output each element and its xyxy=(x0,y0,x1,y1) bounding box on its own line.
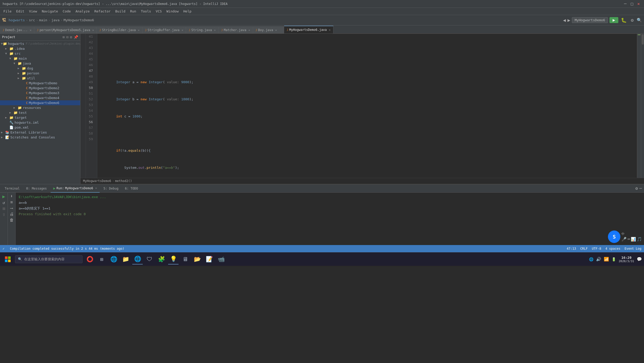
run-tab-close[interactable]: ✕ xyxy=(95,186,97,190)
tree-item-external[interactable]: ▶ 📚 External Libraries xyxy=(0,130,80,135)
tree-item-hogwartsiml[interactable]: 🔧 hogwarts.iml xyxy=(0,120,80,125)
tab-myhogwartsdemo6[interactable]: J MyHogwartsDemo6.java ✕ xyxy=(284,26,333,33)
tree-item-demo3[interactable]: C MyHogwartsDemo3 xyxy=(0,90,80,95)
tab-close-5[interactable]: ✕ xyxy=(92,29,94,32)
tab-close-demo5[interactable]: ✕ xyxy=(30,29,32,32)
run-tab-debug[interactable]: 5: Debug xyxy=(101,186,121,191)
tab-string[interactable]: J String.java ✕ xyxy=(186,26,218,33)
taskbar-app-puzzle[interactable]: 🧩 xyxy=(156,254,167,264)
run-minimize-icon[interactable]: ─ xyxy=(639,186,642,191)
run-play-button[interactable]: ▶ xyxy=(2,194,5,199)
menu-build[interactable]: Build xyxy=(113,9,127,14)
settings-button[interactable]: ⚙ xyxy=(631,17,634,23)
taskbar-app-files[interactable]: 📂 xyxy=(192,254,202,264)
run-settings-icon[interactable]: ⚙ xyxy=(635,186,638,191)
tree-item-person[interactable]: ▶ 📁 person xyxy=(0,71,80,76)
tab-stringbuilder[interactable]: J StringBuilder.java ✕ xyxy=(97,26,142,33)
taskbar-app-taskview[interactable]: ⊞ xyxy=(97,254,107,264)
line-ending[interactable]: CRLF xyxy=(580,247,588,250)
run-button[interactable]: ▶ xyxy=(609,17,618,23)
tab-matcher[interactable]: J Matcher.java ✕ xyxy=(218,26,253,33)
tree-item-src[interactable]: ▼ 📁 src xyxy=(0,51,80,56)
breadcrumb-java[interactable]: java xyxy=(51,18,59,22)
run-output[interactable]: E:\soft\worksoft\JAVA8\JDK\bin\java.exe … xyxy=(16,193,592,245)
event-log[interactable]: Event Log xyxy=(625,247,641,250)
menu-tools[interactable]: Tools xyxy=(139,9,153,14)
tree-item-main[interactable]: ▼ 📁 main xyxy=(0,56,80,61)
run-trash-btn[interactable]: 🗑 xyxy=(10,218,14,222)
tab-close-boy[interactable]: ✕ xyxy=(275,29,277,32)
sidebar-collapse-icon[interactable]: ⊟ xyxy=(66,35,68,39)
taskbar-app-cortana[interactable]: ⭕ xyxy=(85,254,95,264)
search-everywhere-button[interactable]: 🔍 xyxy=(637,18,642,23)
scrollbar-vertical[interactable] xyxy=(641,34,644,178)
sidebar-settings-icon[interactable]: ⚙ xyxy=(70,35,72,39)
menu-navigate[interactable]: Navigate xyxy=(40,9,60,14)
tree-item-demo2[interactable]: C MyHogwartsDemo2 xyxy=(0,86,80,90)
tab-close-mat[interactable]: ✕ xyxy=(248,29,250,32)
tree-item-target[interactable]: ▶ 📁 target xyxy=(0,115,80,120)
cursor-position[interactable]: 47:13 xyxy=(567,247,576,250)
taskbar-search-box[interactable]: 🔍 在这里输入你要搜索的内容 xyxy=(15,255,83,263)
menu-help[interactable]: Help xyxy=(181,9,194,14)
code-content[interactable]: Integer a = new Integer( value: 9000); I… xyxy=(97,34,637,178)
tree-item-hogwarts[interactable]: ▼ 📁 hogwarts F:\codeSource\Jenkins-plugi… xyxy=(0,41,80,46)
tree-item-java[interactable]: ▼ 📁 java xyxy=(0,61,80,66)
tree-item-dog[interactable]: ▶ 📁 dog xyxy=(0,66,80,71)
taskbar-volume-icon[interactable]: 🔊 xyxy=(596,257,601,262)
sidebar-pin-icon[interactable]: 📌 xyxy=(74,35,78,39)
tab-demo5[interactable]: J Demo5.jav... ✕ xyxy=(0,26,34,33)
run-pause-button[interactable]: ⏸ xyxy=(2,212,6,217)
menu-refactor[interactable]: Refactor xyxy=(92,9,113,14)
run-stop-button[interactable]: ⏹ xyxy=(2,206,6,211)
code-area[interactable]: 41 42 43 44 45 46 47 48 49 50 51 52 53 5… xyxy=(80,34,644,178)
tree-item-scratches[interactable]: ▶ 📝 Scratches and Consoles xyxy=(0,135,80,140)
taskbar-app-chrome[interactable]: 🌐 xyxy=(132,254,143,264)
taskbar-clock[interactable]: 16:20 2020/3/31 xyxy=(619,256,634,263)
encoding[interactable]: UTF-8 xyxy=(592,247,601,250)
tab-boy[interactable]: J Boy.java ✕ xyxy=(253,26,284,33)
taskbar-app-vnc[interactable]: 🖥 xyxy=(180,254,190,264)
windows-start-button[interactable] xyxy=(2,254,13,265)
breadcrumb-class[interactable]: MyHogwartsDemo6 xyxy=(83,179,111,183)
breadcrumb-src[interactable]: src xyxy=(29,18,35,22)
menu-vcs[interactable]: VCS xyxy=(154,9,164,14)
taskbar-app-folder[interactable]: 📁 xyxy=(120,254,131,264)
taskbar-app-intellij[interactable]: 💡 xyxy=(168,254,179,264)
menu-run[interactable]: Run xyxy=(128,9,138,14)
tab-close-sbuf[interactable]: ✕ xyxy=(182,29,183,32)
tab-stringbuffer[interactable]: J StringBuffer.java ✕ xyxy=(142,26,186,33)
sidebar-expand-icon[interactable]: ⊞ xyxy=(63,35,65,39)
run-scroll-end-btn[interactable]: ⬇ xyxy=(10,194,13,199)
taskbar-app-shield[interactable]: 🛡 xyxy=(144,254,155,264)
tab-close-demo6[interactable]: ✕ xyxy=(329,28,331,32)
tab-close-sb[interactable]: ✕ xyxy=(138,29,140,32)
menu-code[interactable]: Code xyxy=(61,9,73,14)
maximize-button[interactable]: □ xyxy=(629,1,635,6)
run-tab-run[interactable]: ▶ Run: MyHogwartsDemo6 ✕ xyxy=(51,184,99,193)
tree-item-test[interactable]: ▶ 📁 test xyxy=(0,110,80,115)
taskbar-app-ie[interactable]: 🌐 xyxy=(108,254,119,264)
menu-edit[interactable]: Edit xyxy=(14,9,26,14)
taskbar-action-center[interactable]: 💬 xyxy=(637,257,642,262)
tree-item-idea[interactable]: ▶ 📁 .idea xyxy=(0,46,80,51)
minimize-button[interactable]: ─ xyxy=(622,1,628,6)
taskbar-app-zoom[interactable]: 📹 xyxy=(216,254,226,264)
tree-item-demo4[interactable]: C MyHogwartsDemo4 xyxy=(0,95,80,100)
run-soft-wrap-btn[interactable]: ⟶ xyxy=(10,206,13,211)
tree-item-util[interactable]: ▶ 📁 util xyxy=(0,76,80,81)
tree-item-demo1[interactable]: C MyHogwartsDemo xyxy=(0,81,80,86)
run-tab-terminal[interactable]: Terminal xyxy=(2,186,22,191)
menu-window[interactable]: Window xyxy=(165,9,181,14)
tab-close-str[interactable]: ✕ xyxy=(214,29,216,32)
breadcrumb-main[interactable]: main xyxy=(39,18,47,22)
debug-button[interactable]: 🐛 xyxy=(621,17,627,23)
forward-button[interactable]: ▶ xyxy=(567,17,570,23)
run-filter-btn[interactable]: ≡ xyxy=(10,200,13,205)
breadcrumb-method[interactable]: method2() xyxy=(115,179,132,183)
run-reload-button[interactable]: ↺ xyxy=(3,200,5,205)
taskbar-app-word[interactable]: 📝 xyxy=(204,254,214,264)
close-button[interactable]: ✕ xyxy=(636,1,641,6)
tree-item-pomxml[interactable]: 📄 pom.xml xyxy=(0,125,80,130)
indent-spaces[interactable]: 4 spaces xyxy=(605,247,620,250)
